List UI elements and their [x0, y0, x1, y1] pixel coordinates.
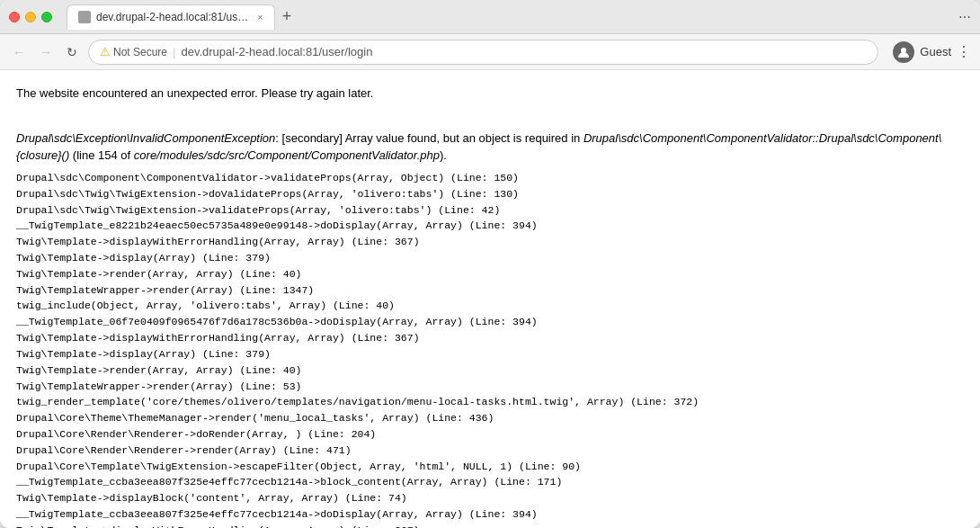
url-separator: | — [173, 45, 175, 58]
window-menu-button[interactable]: ⋯ — [958, 10, 971, 24]
url-text: dev.drupal-2-head.local:81/user/login — [181, 45, 372, 58]
page-content: The website encountered an unexpected er… — [0, 70, 980, 528]
address-bar: ← → ↻ ⚠ Not Secure | dev.drupal-2-head.l… — [0, 34, 980, 70]
stack-trace: Drupal\sdc\Component\ComponentValidator-… — [16, 170, 964, 528]
error-main-message: The website encountered an unexpected er… — [16, 85, 964, 103]
not-secure-indicator: ⚠ Not Secure — [100, 45, 167, 58]
browser-menu-button[interactable]: ⋮ — [957, 43, 971, 60]
profile-icon[interactable] — [893, 41, 914, 63]
not-secure-label: Not Secure — [113, 46, 167, 58]
maximize-button[interactable] — [41, 12, 52, 22]
error-secondary-message: Drupal\sdc\Exception\InvalidComponentExc… — [16, 130, 964, 165]
warning-icon: ⚠ — [100, 45, 111, 58]
exception-class: Drupal\sdc\Exception\InvalidComponentExc… — [16, 131, 275, 145]
minimize-button[interactable] — [25, 12, 36, 22]
profile-label: Guest — [920, 45, 951, 58]
refresh-button[interactable]: ↻ — [63, 43, 81, 61]
url-bar[interactable]: ⚠ Not Secure | dev.drupal-2-head.local:8… — [88, 40, 878, 65]
profile-area: Guest ⋮ — [893, 41, 971, 63]
tab-area: dev.drupal-2-head.local:81/us… × + — [67, 4, 951, 30]
title-bar: dev.drupal-2-head.local:81/us… × + ⋯ — [0, 0, 980, 34]
browser-window: dev.drupal-2-head.local:81/us… × + ⋯ ← →… — [0, 0, 980, 528]
tab-favicon — [78, 11, 91, 23]
forward-button[interactable]: → — [36, 43, 56, 61]
new-tab-button[interactable]: + — [279, 7, 296, 26]
tab-close-button[interactable]: × — [257, 12, 263, 22]
back-button[interactable]: ← — [9, 43, 29, 61]
close-button[interactable] — [9, 12, 20, 22]
exception-file: core/modules/sdc/src/Component/Component… — [134, 148, 440, 162]
active-tab[interactable]: dev.drupal-2-head.local:81/us… × — [67, 4, 275, 30]
tab-title: dev.drupal-2-head.local:81/us… — [96, 11, 248, 23]
window-controls: ⋯ — [958, 10, 971, 24]
traffic-lights — [9, 12, 52, 22]
